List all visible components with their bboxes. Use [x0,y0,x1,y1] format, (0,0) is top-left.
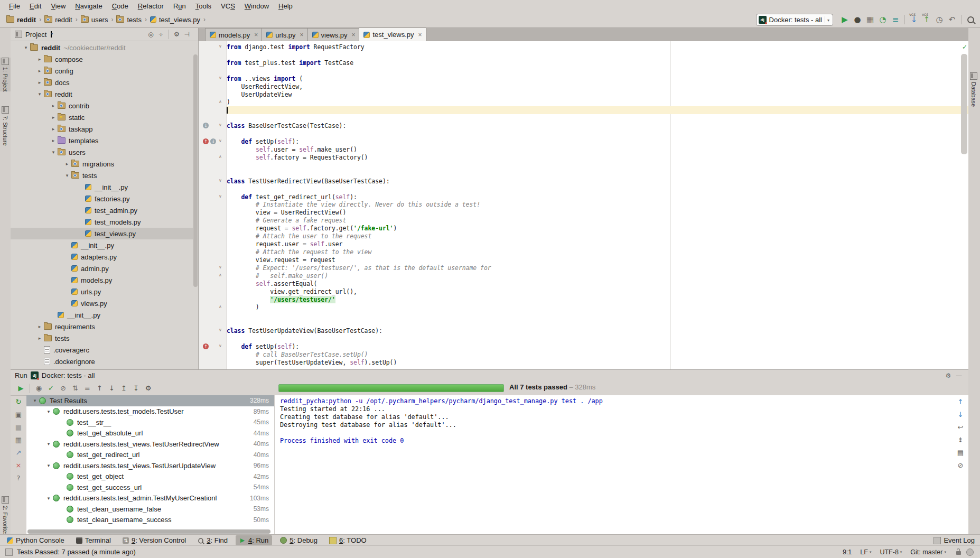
fold-collapse-icon[interactable]: ∨ [219,265,222,269]
pin-tab-icon[interactable]: ▣ [11,408,26,421]
test-result-reddit-users-tests-test-views-testuserredirectview[interactable]: ▾reddit.users.tests.test_views.TestUserR… [26,439,274,450]
fold-expand-icon[interactable]: ∧ [219,273,222,277]
tree-item-factories-py[interactable]: factories.py [11,193,193,204]
menu-help[interactable]: Help [274,1,297,11]
navigate-to-source-icon[interactable]: ↗ [11,446,26,459]
editor-scrollbar[interactable] [961,54,967,154]
close-tab-icon[interactable]: × [300,31,304,39]
tree-item-reddit[interactable]: ▾reddit~/cookiecutter/reddit [11,42,193,53]
run-test-gutter-icon[interactable]: ↓ [203,123,209,128]
tree-item-compose[interactable]: ▸compose [11,53,193,65]
fold-collapse-icon[interactable]: ∨ [219,76,222,80]
tool-button-2-favorites[interactable]: 2: Favorites [0,496,11,536]
editor-tab-test-views-py[interactable]: test_views.py× [359,27,426,41]
tree-item-test-admin-py[interactable]: test_admin.py [11,204,193,216]
show-passed-icon[interactable]: ✓ [45,383,57,394]
import-test-results-icon[interactable]: ↥ [118,383,130,394]
expand-arrow-icon[interactable]: ▸ [35,336,44,341]
tree-item-templates[interactable]: ▸templates [11,135,193,146]
settings-gear-icon[interactable]: ⚙ [172,30,182,40]
toolwindow-button-5-debug[interactable]: 5: Debug [276,535,321,545]
test-result-reddit-users-tests-test-models-testuser[interactable]: ▾reddit.users.tests.test_models.TestUser… [26,406,274,417]
tree-item-users[interactable]: ▾users [11,146,193,158]
hide-panel-icon[interactable]: — [954,371,964,380]
collapse-all-icon[interactable]: ÷ [156,30,166,40]
menu-refactor[interactable]: Refactor [133,1,169,11]
project-panel-title[interactable]: Project [25,31,46,39]
menu-window[interactable]: Window [240,1,274,11]
coverage-icon[interactable]: ▦ [864,13,876,26]
expand-arrow-icon[interactable]: ▸ [35,80,44,85]
fold-collapse-icon[interactable]: ∨ [219,194,222,199]
menu-file[interactable]: File [4,1,25,11]
scroll-to-end-icon[interactable]: ⇟ [953,433,968,446]
up-stacktrace-icon[interactable]: ↑ [953,395,968,408]
fold-expand-icon[interactable]: ∧ [219,304,222,309]
tree-item-coveragerc[interactable]: .coveragerc [11,344,193,356]
rerun-run-icon[interactable]: ▶ [15,383,27,394]
tree-item-init-py[interactable]: __init__.py [11,309,193,321]
menu-run[interactable]: Run [169,1,191,11]
statistics-icon[interactable]: ≡ [81,383,94,394]
test-result-reddit-users-tests-test-views-testuserupdateview[interactable]: ▾reddit.users.tests.test_views.TestUserU… [26,460,274,471]
menu-code[interactable]: Code [107,1,133,11]
hector-inspector-icon[interactable] [966,548,974,556]
fold-collapse-icon[interactable]: ∨ [219,343,222,348]
vcs-update-icon[interactable]: VCS↓ [908,13,920,26]
tree-item-taskapp[interactable]: ▸taskapp [11,123,193,135]
close-tab-icon[interactable]: × [351,31,355,39]
fold-collapse-icon[interactable]: ∨ [219,178,222,183]
test-result-test-results[interactable]: ▾Test Results328ms [26,395,274,406]
tree-item-docs[interactable]: ▸docs [11,77,193,88]
expand-arrow-icon[interactable]: ▸ [35,324,44,329]
run-test-gutter-icon[interactable]: ↑ [203,138,209,144]
expand-arrow-icon[interactable]: ▸ [35,68,44,73]
tool-button-7-structure[interactable]: 7: Structure [0,106,11,146]
tree-item-static[interactable]: ▸static [11,111,193,123]
editor-tab-urls-py[interactable]: urls.py× [262,28,307,41]
expand-arrow-icon[interactable]: ▸ [49,138,58,143]
run-manage-py-task-icon[interactable]: ≡ [889,13,902,26]
menu-edit[interactable]: Edit [25,1,46,11]
collapse-arrow-icon[interactable]: ▾ [22,45,30,50]
run-icon[interactable]: ▶ [838,13,851,26]
tree-item-tests[interactable]: ▸tests [11,332,193,344]
status-lf[interactable]: LF▾ [860,548,871,556]
tree-item-contrib[interactable]: ▸contrib [11,100,193,111]
breadcrumb-item-users[interactable]: users [80,16,109,24]
menu-view[interactable]: View [46,1,70,11]
toolwindow-button-3-find[interactable]: 3: Find [194,535,231,545]
rerun-tests-icon[interactable]: ↻ [11,395,26,408]
debug-icon[interactable]: ● [851,13,864,26]
lock-icon[interactable] [956,551,961,555]
status-toolwindows-icon[interactable] [5,548,13,556]
stop-icon[interactable]: ■ [11,421,26,433]
locate-file-icon[interactable]: ◎ [146,30,156,40]
tree-item-urls-py[interactable]: urls.py [11,286,193,297]
test-history-icon[interactable]: ⚙ [142,383,154,394]
test-result-test-str[interactable]: test__str__45ms [26,417,274,428]
project-tree-scrollbar[interactable] [193,54,198,287]
inspections-ok-icon[interactable]: ✓ [962,43,967,51]
tree-item-migrations[interactable]: ▸migrations [11,158,193,170]
run-test-gutter-icon[interactable]: ↑ [203,343,209,349]
breadcrumb-item-reddit[interactable]: reddit [43,16,73,24]
tree-item-admin-py[interactable]: admin.py [11,263,193,274]
collapse-arrow-icon[interactable]: ▾ [35,91,44,97]
collapse-arrow-icon[interactable]: ▾ [31,398,39,403]
close-icon[interactable]: × [11,459,26,471]
editor-tab-models-py[interactable]: models.py× [205,28,262,41]
print-icon[interactable]: ▤ [953,446,968,459]
sort-alphabetically-icon[interactable]: ⇅ [69,383,81,394]
collapse-arrow-icon[interactable]: ▾ [44,409,53,414]
expand-arrow-icon[interactable]: ▸ [35,57,44,62]
test-result-test-clean-username-false[interactable]: test_clean_username_false53ms [26,504,274,515]
test-result-test-get-absolute-url[interactable]: test_get_absolute_url44ms [26,428,274,439]
test-result-test-clean-username-success[interactable]: test_clean_username_success50ms [26,515,274,526]
fold-collapse-icon[interactable]: ∨ [219,123,222,127]
test-result-test-get-success-url[interactable]: test_get_success_url54ms [26,482,274,493]
soft-wrap-icon[interactable]: ↩ [953,421,968,433]
toolwindow-button-terminal[interactable]: Terminal [72,535,115,545]
clear-console-icon[interactable]: ⊘ [953,459,968,471]
fold-expand-icon[interactable]: ∧ [219,154,222,159]
